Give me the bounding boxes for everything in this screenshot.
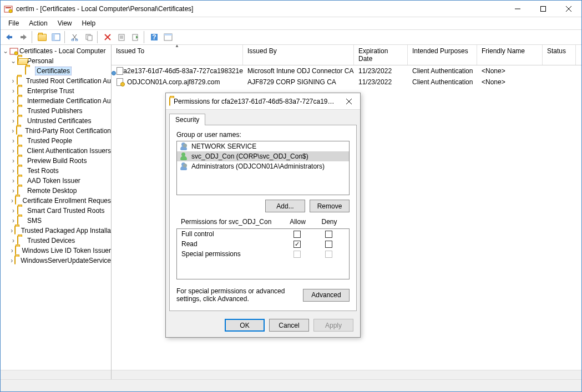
expand-icon[interactable]: › <box>9 187 17 195</box>
expand-icon[interactable]: › <box>9 97 17 105</box>
expand-icon[interactable]: › <box>9 177 17 185</box>
expand-icon[interactable]: › <box>9 237 17 245</box>
copy-button[interactable] <box>82 31 95 43</box>
minimize-button[interactable] <box>505 1 530 17</box>
forward-button[interactable] <box>17 31 30 43</box>
expand-icon[interactable]: › <box>9 117 17 125</box>
properties-button[interactable] <box>115 31 128 43</box>
col-expiration[interactable]: Expiration Date <box>354 45 408 65</box>
tree-item[interactable]: ›Preview Build Roots <box>1 156 111 166</box>
menu-view[interactable]: View <box>53 18 77 28</box>
col-purposes[interactable]: Intended Purposes <box>408 45 477 65</box>
expand-icon[interactable]: › <box>9 197 15 205</box>
back-button[interactable] <box>3 31 16 43</box>
col-issued-to[interactable]: Issued To▲ <box>112 45 243 65</box>
tree-personal[interactable]: ⌄ Personal <box>1 56 111 66</box>
expand-icon[interactable]: › <box>9 227 14 235</box>
expand-icon[interactable]: › <box>9 77 17 85</box>
tree-item[interactable]: ›Intermediate Certification Au <box>1 96 111 106</box>
tree-item[interactable]: ›Trusted Packaged App Installa <box>1 226 111 236</box>
apply-button[interactable]: Apply <box>313 319 353 332</box>
menu-file[interactable]: File <box>4 18 23 28</box>
tab-security[interactable]: Security <box>169 114 205 125</box>
tree-horizontal-scrollbar[interactable] <box>1 370 111 379</box>
tree-item-label: Trusted Publishers <box>27 107 83 115</box>
svg-rect-30 <box>164 34 172 35</box>
col-friendly[interactable]: Friendly Name <box>477 45 543 65</box>
tree-item[interactable]: ›Test Roots <box>1 166 111 176</box>
refresh-button[interactable] <box>161 31 175 43</box>
svg-point-2 <box>9 9 12 13</box>
expand-icon[interactable]: › <box>9 217 17 225</box>
collapse-icon[interactable]: ⌄ <box>2 47 9 55</box>
expand-icon[interactable]: › <box>9 107 17 115</box>
group-user-item[interactable]: svc_ODJ_Con (CORP\svc_ODJ_Con$) <box>177 151 349 161</box>
tree-item-label: WindowsServerUpdateService <box>21 257 111 264</box>
folder-icon <box>17 236 26 245</box>
tree-item-label: Remote Desktop <box>27 187 77 195</box>
delete-button[interactable] <box>101 31 114 43</box>
remove-button[interactable]: Remove <box>310 200 350 212</box>
show-hide-tree-button[interactable] <box>49 31 63 43</box>
dialog-close-button[interactable] <box>341 95 357 108</box>
allow-checkbox[interactable]: ✓ <box>293 241 301 248</box>
tree-item[interactable]: ›Enterprise Trust <box>1 86 111 96</box>
deny-checkbox[interactable] <box>325 241 332 248</box>
permissions-label: Permissions for svc_ODJ_Con <box>181 218 282 226</box>
help-button[interactable]: ? <box>148 31 161 43</box>
tree-item[interactable]: ›Certificate Enrollment Reques <box>1 196 111 206</box>
list-row[interactable]: cfa2e137-61d7-46d5-83a7-727ca198321eMicr… <box>112 65 581 77</box>
col-issued-by[interactable]: Issued By <box>243 45 354 65</box>
tree-item-label: Untrusted Certificates <box>27 117 91 125</box>
list-row[interactable]: ODJCON01A.corp.ajf8729.comAJF8729 CORP S… <box>112 77 581 88</box>
cancel-button[interactable]: Cancel <box>269 319 309 332</box>
maximize-button[interactable] <box>530 1 556 17</box>
expand-icon[interactable]: › <box>9 247 15 254</box>
allow-checkbox[interactable] <box>293 231 301 238</box>
up-button[interactable] <box>36 31 49 43</box>
folder-icon <box>25 67 34 75</box>
tree-item[interactable]: ›AAD Token Issuer <box>1 176 111 186</box>
permission-name: Full control <box>181 230 281 238</box>
folder-icon <box>17 156 26 165</box>
expand-icon[interactable]: › <box>9 257 14 264</box>
main-window: certlm - [Certificates - Local Computer\… <box>0 0 582 392</box>
expand-icon[interactable]: › <box>9 147 17 155</box>
group-user-item[interactable]: Administrators (ODJCON01A\Administrators… <box>177 161 349 171</box>
tree-item[interactable]: ›Third-Party Root Certification <box>1 126 111 136</box>
title-bar: certlm - [Certificates - Local Computer\… <box>1 1 581 17</box>
tree-item[interactable]: ›Smart Card Trusted Roots <box>1 206 111 216</box>
user-icon <box>179 162 188 171</box>
tree-item[interactable]: ›Client Authentication Issuers <box>1 146 111 156</box>
menu-action[interactable]: Action <box>24 18 52 28</box>
group-user-item[interactable]: NETWORK SERVICE <box>177 141 349 151</box>
expand-icon[interactable]: › <box>9 127 16 135</box>
menu-help[interactable]: Help <box>78 18 100 28</box>
close-button[interactable] <box>556 1 581 17</box>
expand-icon[interactable]: › <box>9 207 17 215</box>
permissions-dialog: Permissions for cfa2e137-61d7-46d5-83a7-… <box>165 93 361 338</box>
add-button[interactable]: Add... <box>265 200 305 212</box>
group-user-list[interactable]: NETWORK SERVICEsvc_ODJ_Con (CORP\svc_ODJ… <box>176 141 350 195</box>
ok-button[interactable]: OK <box>225 319 265 332</box>
export-button[interactable] <box>129 31 142 43</box>
expand-icon[interactable]: › <box>9 87 17 95</box>
col-status[interactable]: Status <box>543 45 576 65</box>
tree-item[interactable]: ›Trusted Root Certification Au <box>1 76 111 86</box>
collapse-icon[interactable]: ⌄ <box>9 57 17 65</box>
permission-row: Full control <box>177 229 349 239</box>
folder-icon <box>17 216 26 225</box>
tree[interactable]: ⌄ Certificates - Local Computer ⌄ Person… <box>1 45 111 370</box>
sort-indicator-icon: ▲ <box>175 43 179 48</box>
cut-button[interactable] <box>68 31 82 43</box>
advanced-button[interactable]: Advanced <box>303 289 350 302</box>
deny-checkbox[interactable] <box>325 231 332 238</box>
expand-icon[interactable]: › <box>9 167 17 175</box>
list-horizontal-scrollbar[interactable] <box>112 370 581 379</box>
expand-icon[interactable]: › <box>9 137 17 145</box>
tree-item[interactable]: ›WindowsServerUpdateService <box>1 256 111 266</box>
tree-item[interactable]: ›Trusted Publishers <box>1 106 111 116</box>
expand-icon[interactable]: › <box>9 157 17 165</box>
tree-root[interactable]: ⌄ Certificates - Local Computer <box>1 46 111 56</box>
tree-certificates-label: Certificates <box>35 67 72 75</box>
